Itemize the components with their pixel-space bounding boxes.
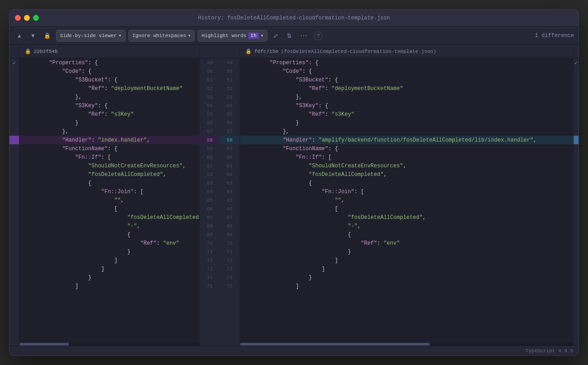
highlight-dropdown[interactable]: Highlight words Ih ▾: [198, 30, 268, 42]
left-lock-icon: 🔒: [25, 48, 31, 54]
code-line: {: [240, 230, 573, 239]
left-commit: 22b2f54b: [34, 49, 58, 54]
left-line-numbers: 49 50 51 52 53 54 55 56 57 58 59 60 61 6…: [200, 58, 220, 346]
nav-up-button[interactable]: ▲: [14, 31, 25, 41]
code-line: }: [19, 273, 199, 282]
nav-down-button[interactable]: ▼: [28, 31, 38, 41]
code-line: {: [240, 179, 573, 187]
code-line: "FunctionName": {: [240, 144, 573, 153]
left-scrollbar[interactable]: [19, 343, 199, 346]
code-line: "-",: [19, 222, 199, 230]
whitespace-label: Ignore whitespaces: [132, 33, 186, 38]
viewer-dropdown[interactable]: Side-by-side viewer ▾: [56, 30, 126, 42]
code-line: "Fn::If": [: [19, 153, 199, 161]
code-line: "Ref": "deploymentBucketName": [240, 84, 573, 93]
right-line-numbers: 49 50 51 52 53 54 55 56 57 58 59 60 61 6…: [220, 58, 240, 346]
code-line: "Ref": "s3Key": [240, 110, 573, 119]
highlight-label: Highlight words: [202, 33, 246, 38]
left-panel: "Properties": { "Code": { "S3Bucket": { …: [19, 58, 199, 346]
right-panel: "Properties": { "Code": { "S3Bucket": { …: [240, 58, 573, 346]
left-gutter-header: [9, 45, 19, 58]
code-line: "fosDeleteAllCompleted",: [19, 213, 199, 222]
code-line: "Fn::Join": [: [19, 187, 199, 196]
code-line: "Fn::Join": [: [240, 187, 573, 196]
code-line: "",: [19, 196, 199, 204]
left-file-header: 🔒 22b2f54b: [19, 45, 199, 58]
code-line: "ShouldNotCreateEnvResources",: [240, 161, 573, 170]
collapse-button[interactable]: ⤢: [270, 30, 281, 41]
traffic-lights: [15, 15, 39, 21]
lock-button[interactable]: 🔒: [41, 31, 53, 41]
ih-label: Ih: [248, 33, 259, 39]
chevron-down-icon: ▾: [261, 33, 264, 38]
chevron-down-icon: ▾: [188, 33, 191, 38]
help-button[interactable]: ?: [314, 31, 323, 40]
center-numbers: 49 50 51 52 53 54 55 56 57 58 59 60 61 6…: [199, 58, 240, 346]
code-line: }: [19, 247, 199, 256]
chevron-down-icon: ▾: [118, 33, 122, 38]
code-line: "",: [240, 196, 573, 204]
more-button[interactable]: ⋯: [297, 29, 311, 42]
code-line: "Ref": "env": [19, 239, 199, 247]
code-line: "FunctionName": {: [19, 144, 199, 153]
code-line: ]: [240, 282, 573, 290]
code-line: ]: [19, 256, 199, 265]
center-header: [199, 45, 240, 58]
right-gutter-header: [573, 45, 579, 58]
right-code-area[interactable]: "Properties": { "Code": { "S3Bucket": { …: [240, 58, 573, 343]
whitespace-dropdown[interactable]: Ignore whitespaces ▾: [128, 30, 195, 42]
code-line: "S3Key": {: [240, 101, 573, 110]
right-filename: (fosDeleteAllCompleted-cloudformation-te…: [281, 49, 436, 54]
code-line: ]: [19, 282, 199, 290]
code-line: [: [240, 204, 573, 213]
code-line: ]: [240, 256, 573, 265]
app-window: History: fosDeleteAllCompleted-cloudform…: [9, 9, 579, 356]
right-gutter: ✓: [573, 58, 579, 346]
code-line: "S3Bucket": {: [240, 76, 573, 84]
code-line: "Code": {: [240, 67, 573, 76]
file-headers: 🔒 22b2f54b 🔒 f0fc715e (fosDeleteAllCompl…: [9, 45, 579, 58]
left-code-area[interactable]: "Properties": { "Code": { "S3Bucket": { …: [19, 58, 199, 343]
language-label: TypeScript 4.9.5: [525, 348, 573, 354]
code-line-changed: "Handler": "amplify/backend/function/fos…: [240, 136, 573, 144]
toolbar: ▲ ▼ 🔒 Side-by-side viewer ▾ Ignore white…: [9, 27, 579, 45]
minimize-button[interactable]: [24, 15, 30, 21]
right-scrollbar[interactable]: [240, 343, 573, 346]
code-line: ]: [19, 265, 199, 273]
code-line: }: [240, 273, 573, 282]
right-lock-icon: 🔒: [245, 48, 252, 54]
code-line: "Fn::If": [: [240, 153, 573, 161]
code-line: },: [240, 93, 573, 101]
right-commit: f0fc715e: [254, 49, 278, 54]
code-line: "fosDeleteAllCompleted",: [240, 170, 573, 179]
code-line: },: [19, 127, 199, 136]
code-line: "ShouldNotCreateEnvResources",: [19, 161, 199, 170]
code-line-changed: "Handler": "index.handler",: [19, 136, 199, 144]
right-scrollbar-thumb[interactable]: [240, 343, 430, 346]
code-line: ]: [240, 265, 573, 273]
code-line: "Ref": "s3Key": [19, 110, 199, 119]
diff-count: 1 difference: [535, 33, 574, 39]
code-line: "fosDeleteAllCompleted",: [19, 170, 199, 179]
code-line: {: [19, 179, 199, 187]
code-line: }: [240, 119, 573, 127]
main-content: ✓: [9, 58, 579, 346]
left-gutter-check: ✓: [9, 58, 19, 67]
code-line: "fosDeleteAllCompleted",: [240, 213, 573, 222]
code-line: "Ref": "deploymentBucketName": [19, 84, 199, 93]
left-scrollbar-thumb[interactable]: [19, 343, 69, 346]
code-line: }: [19, 119, 199, 127]
close-button[interactable]: [15, 15, 21, 21]
code-line: "Ref": "env": [240, 239, 573, 247]
status-bar: TypeScript 4.9.5: [9, 346, 579, 356]
code-line: [: [19, 204, 199, 213]
maximize-button[interactable]: [33, 15, 39, 21]
left-gutter: ✓: [9, 58, 19, 346]
code-line: },: [240, 127, 573, 136]
sync-button[interactable]: ⇅: [284, 30, 295, 41]
viewer-label: Side-by-side viewer: [60, 33, 117, 38]
code-line: }: [240, 247, 573, 256]
code-line: "Properties": {: [240, 58, 573, 67]
code-line: "Properties": {: [19, 58, 199, 67]
title-bar: History: fosDeleteAllCompleted-cloudform…: [9, 9, 579, 27]
